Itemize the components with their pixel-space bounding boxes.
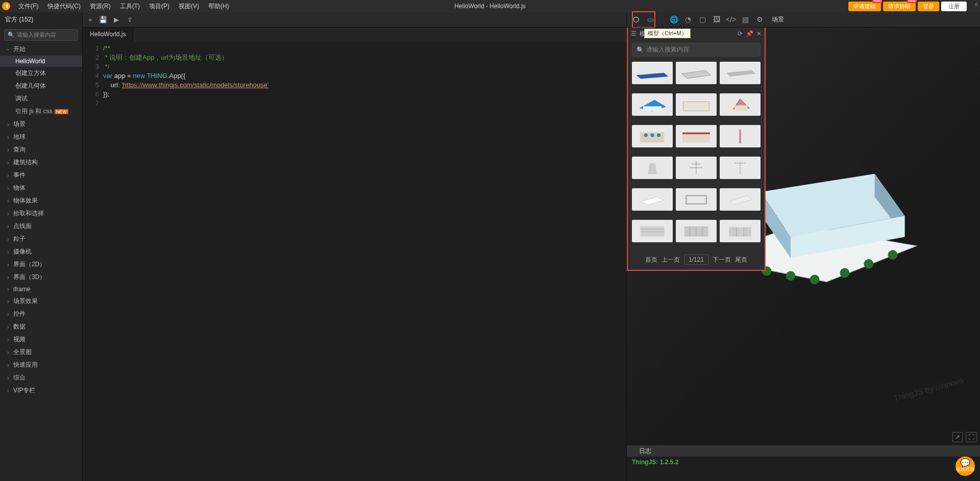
tree-group[interactable]: 视频	[0, 333, 82, 346]
model-thumbnail[interactable]	[632, 157, 673, 179]
play-icon[interactable]: ▶	[112, 16, 120, 23]
tree-leaf[interactable]: 调试	[0, 92, 82, 105]
apply-model-button[interactable]: 申请建模new	[848, 2, 881, 11]
tree-group[interactable]: 快速应用	[0, 359, 82, 371]
add-icon[interactable]: ＋	[86, 15, 94, 24]
tree-leaf[interactable]: 创建立方体	[0, 67, 82, 80]
model-thumbnail[interactable]	[676, 93, 717, 116]
image-icon[interactable]: 🖼	[712, 15, 722, 24]
menu-resource[interactable]: 资源(R)	[86, 1, 115, 12]
tree-group[interactable]: 摄像机	[0, 245, 82, 258]
search-icon: 🔍	[636, 46, 644, 54]
tree-group[interactable]: 数据	[0, 320, 82, 333]
tree-group-begin[interactable]: 开始	[0, 43, 82, 56]
tree-group[interactable]: 全景图	[0, 346, 82, 359]
tree-group[interactable]: 查询	[0, 143, 82, 156]
menu-help[interactable]: 帮助(H)	[204, 1, 233, 12]
tree-leaf[interactable]: HelloWorld	[0, 56, 82, 67]
pager: 首页 上一页 1/121 下一页 尾页	[628, 250, 765, 270]
tree-group[interactable]: 事件	[0, 169, 82, 182]
tree-group[interactable]: 点线面	[0, 220, 82, 233]
tree-group[interactable]: VIP专栏	[0, 384, 82, 397]
tree-group[interactable]: 粒子	[0, 233, 82, 245]
window-close-icon[interactable]: ×	[974, 1, 978, 8]
model-thumbnail[interactable]	[632, 188, 673, 211]
tree-leaf[interactable]: 引用 js 和 cssNEW	[0, 105, 82, 118]
scene-label: 场景	[772, 15, 784, 24]
scene-canvas[interactable]: ThingJS by uinnova ThingJS by uinnova Th…	[627, 28, 980, 445]
code-content[interactable]: /** * 说明：创建App，url为场景地址（可选） */ var app =…	[103, 42, 626, 481]
pager-last[interactable]: 尾页	[735, 256, 747, 264]
model-thumbnail[interactable]	[720, 62, 761, 84]
popout-icon[interactable]: ↗	[952, 432, 963, 442]
cube-icon[interactable]: ⬡	[631, 15, 641, 24]
menu-tool[interactable]: 工具(T)	[116, 1, 144, 12]
model-thumbnail[interactable]	[632, 93, 673, 116]
new-badge-icon: new	[872, 0, 882, 3]
panel-search-input[interactable]: 🔍 请输入搜索内容	[632, 43, 761, 57]
login-button[interactable]: 登录	[918, 2, 939, 11]
model-thumbnail[interactable]	[632, 125, 673, 147]
pager-first[interactable]: 首页	[645, 256, 657, 264]
scene-area: ⬡ ▭ 🌐 ◔ ▢ 🖼 </> ▤ ⚙ 场景 ThingJS by uinnov…	[627, 12, 980, 481]
menu-shortcut[interactable]: 快捷代码(C)	[43, 1, 85, 12]
model-thumbnail[interactable]	[676, 62, 717, 84]
globe-icon[interactable]: 🌐	[669, 15, 679, 24]
tree-group[interactable]: 界面（3D）	[0, 271, 82, 284]
svg-marker-15	[681, 71, 711, 79]
menu-view[interactable]: 视图(V)	[175, 1, 203, 12]
model-thumbnail[interactable]	[676, 220, 717, 242]
model-thumbnail[interactable]	[720, 157, 761, 179]
tree-group[interactable]: 拾取和选择	[0, 207, 82, 220]
panel-icon[interactable]: ▤	[740, 15, 750, 24]
menu-project[interactable]: 项目(P)	[145, 1, 174, 12]
model-thumbnail[interactable]	[720, 93, 761, 116]
tree-group[interactable]: 地球	[0, 131, 82, 143]
model-thumbnail[interactable]	[676, 125, 717, 147]
code-icon[interactable]: </>	[726, 15, 736, 24]
menu-file[interactable]: 文件(F)	[14, 1, 42, 12]
model-thumbnail[interactable]	[632, 62, 673, 84]
tree-leaf[interactable]: 创建几何体	[0, 80, 82, 92]
clock-icon[interactable]: ◔	[683, 15, 693, 24]
refresh-icon[interactable]: ⟳	[738, 30, 743, 37]
tree-group[interactable]: 场景	[0, 118, 82, 131]
tree-group[interactable]: 物体	[0, 182, 82, 194]
tree-group[interactable]: 综合	[0, 371, 82, 384]
editor-tab[interactable]: HelloWorld.js	[83, 28, 133, 42]
svg-point-25	[657, 134, 660, 137]
model-thumbnail[interactable]	[632, 220, 673, 242]
pager-next[interactable]: 下一页	[713, 256, 731, 264]
settings-icon[interactable]: ⚙	[754, 15, 765, 24]
save-icon[interactable]: 💾	[99, 16, 107, 23]
pager-prev[interactable]: 上一页	[662, 256, 680, 264]
tree-group[interactable]: 场景效果	[0, 295, 82, 308]
fullscreen-icon[interactable]: ⛶	[966, 432, 977, 442]
model-thumbnail[interactable]	[720, 188, 761, 211]
pin-icon[interactable]: 📌	[746, 30, 753, 37]
svg-rect-19	[683, 102, 709, 111]
tree-group[interactable]: iframe	[0, 284, 82, 295]
share-icon[interactable]: ⇪	[126, 16, 134, 23]
log-tab[interactable]: 日志	[627, 445, 980, 457]
svg-marker-37	[730, 196, 751, 205]
close-icon[interactable]: ✕	[756, 30, 762, 37]
chat-icon: 💬	[960, 460, 970, 466]
grid-icon[interactable]: ▢	[697, 15, 707, 24]
tree-group[interactable]: 建筑结构	[0, 156, 82, 169]
tree-group[interactable]: 界面（2D）	[0, 258, 82, 271]
model-thumbnail[interactable]	[676, 157, 717, 179]
model-thumbnail[interactable]	[676, 188, 717, 211]
model-thumbnail[interactable]	[720, 220, 761, 242]
model-thumbnail[interactable]	[720, 125, 761, 147]
sidebar-search-input[interactable]: 🔍 请输入搜索内容	[4, 29, 78, 41]
signup-button[interactable]: 注册	[941, 2, 967, 11]
chat-fab-button[interactable]: 💬 在线咨询	[955, 457, 975, 476]
layers-icon[interactable]: ▭	[645, 15, 655, 24]
menu-icon[interactable]: ☰	[631, 30, 636, 37]
svg-marker-29	[648, 163, 657, 174]
code-editor[interactable]: 1234567 /** * 说明：创建App，url为场景地址（可选） */ v…	[83, 42, 626, 481]
tree-group[interactable]: 控件	[0, 308, 82, 320]
tree-group[interactable]: 物体效果	[0, 194, 82, 207]
request-help-button[interactable]: 请求协助new	[883, 2, 916, 11]
